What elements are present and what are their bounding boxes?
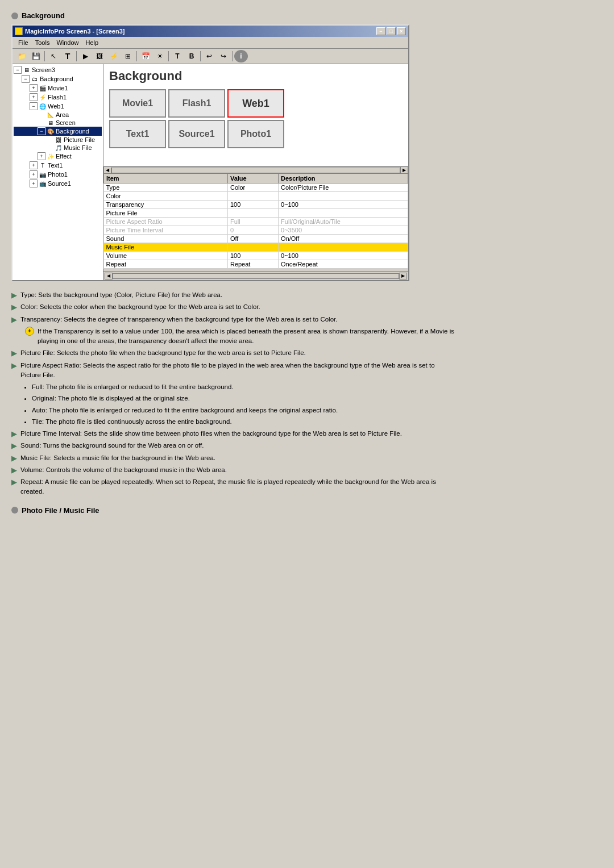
tree-item-music-file[interactable]: 🎵 Music File	[14, 144, 102, 152]
expand-background[interactable]: −	[22, 75, 30, 83]
cell-flash1[interactable]: Flash1	[168, 89, 225, 118]
props-item-8[interactable]: Volume	[104, 252, 228, 260]
props-item-2[interactable]: Transparency	[104, 201, 228, 209]
toolbar-sun-btn[interactable]: ☀	[153, 50, 167, 62]
props-value-4[interactable]: Full	[227, 218, 278, 226]
toolbar-movie-btn[interactable]: ▶	[78, 50, 92, 62]
props-item-1[interactable]: Color	[104, 192, 228, 201]
toolbar-sep3	[136, 51, 137, 61]
menu-tools[interactable]: Tools	[32, 38, 53, 47]
bottom-scrollbar[interactable]: ◀ ▶	[103, 271, 408, 280]
toolbar-folder-btn[interactable]: 📁	[15, 50, 28, 62]
doc-item-more-0: ▶Picture File: Selects the photo file wh…	[11, 348, 455, 358]
props-value-6[interactable]: Off	[227, 235, 278, 243]
toolbar-redo-btn[interactable]: ↪	[217, 50, 230, 62]
tree-item-area[interactable]: 📐 Area	[14, 111, 102, 119]
cell-movie1[interactable]: Movie1	[109, 89, 166, 118]
tree-item-web1[interactable]: − 🌐 Web1	[14, 102, 102, 111]
source1-icon: 📺	[39, 180, 47, 187]
toolbar-info-btn[interactable]: i	[234, 50, 248, 62]
props-value-9[interactable]: Repeat	[227, 260, 278, 269]
toolbar-text-btn[interactable]: T	[61, 50, 74, 62]
toolbar-calendar-btn[interactable]: 📅	[139, 50, 152, 62]
window-controls[interactable]: − □ ×	[376, 27, 406, 35]
props-value-0[interactable]: Color	[227, 183, 278, 192]
props-item-7[interactable]: Music File	[104, 243, 228, 252]
toolbar-cursor-btn[interactable]: ↖	[47, 50, 60, 62]
cell-source1[interactable]: Source1	[168, 120, 225, 148]
toolbar-flash-btn[interactable]: ⚡	[107, 50, 121, 62]
tree-item-photo1[interactable]: + 📷 Photo1	[14, 170, 102, 179]
maximize-button[interactable]: □	[387, 27, 396, 35]
expand-effect[interactable]: +	[38, 152, 45, 160]
props-desc-8: 0~100	[279, 252, 408, 260]
props-value-5[interactable]: 0	[227, 226, 278, 235]
props-item-5[interactable]: Picture Time Interval	[104, 226, 228, 235]
props-item-4[interactable]: Picture Aspect Ratio	[104, 218, 228, 226]
doc-final-arrow-3: ▶	[11, 466, 17, 474]
tree-item-movie1[interactable]: + 🎬 Movie1	[14, 84, 102, 93]
section-title: Background	[22, 11, 65, 20]
props-value-7[interactable]	[227, 243, 278, 252]
cell-text1[interactable]: Text1	[109, 120, 166, 148]
expand-photo1[interactable]: +	[30, 170, 38, 178]
tree-item-source1[interactable]: + 📺 Source1	[14, 179, 102, 188]
props-value-8[interactable]: 100	[227, 252, 278, 260]
toolbar-grid-btn[interactable]: ⊞	[121, 50, 135, 62]
minimize-button[interactable]: −	[376, 27, 385, 35]
cell-web1[interactable]: Web1	[227, 89, 284, 118]
preview-grid: Movie1 Flash1 Web1 Text1 Source1 Photo1	[109, 89, 403, 148]
props-item-0[interactable]: Type	[104, 183, 228, 192]
tree-item-screen[interactable]: 🖥 Screen	[14, 119, 102, 127]
screen-icon: 🖥	[47, 119, 55, 126]
toolbar-bold-btn[interactable]: B	[185, 50, 198, 62]
col-header-item: Item	[104, 174, 228, 183]
props-desc-5: 0~3500	[279, 226, 408, 235]
menu-file[interactable]: File	[15, 38, 32, 47]
props-item-9[interactable]: Repeat	[104, 260, 228, 269]
bullet-item-3: Tile: The photo file is tiled continuous…	[32, 417, 455, 427]
props-value-2[interactable]: 100	[227, 201, 278, 209]
preview-area: Background Movie1 Flash1 Web1 Text1 Sour…	[103, 64, 408, 166]
expand-bg-selected[interactable]: −	[38, 127, 45, 135]
props-value-1[interactable]	[227, 192, 278, 201]
props-desc-9: Once/Repeat	[279, 260, 408, 269]
props-value-3[interactable]	[227, 209, 278, 218]
toolbar-undo-btn[interactable]: ↩	[202, 50, 216, 62]
doc-final-arrow-2: ▶	[11, 454, 17, 462]
preview-scrollbar[interactable]: ◀ ▶	[103, 166, 408, 173]
expand-flash1[interactable]: +	[30, 93, 38, 101]
expand-source1[interactable]: +	[30, 180, 38, 187]
tree-item-bg-selected[interactable]: − 🎨 Background	[14, 127, 102, 136]
expand-movie1[interactable]: +	[30, 84, 38, 92]
titlebar: MagicInfoPro Screen3 - [Screen3] − □ ×	[13, 26, 408, 37]
expand-text1[interactable]: +	[30, 161, 38, 169]
toolbar-t2-btn[interactable]: T	[171, 50, 184, 62]
bottom-scroll-track[interactable]	[113, 273, 399, 279]
music-file-icon: 🎵	[55, 144, 63, 151]
h-scrollbar-track[interactable]	[111, 168, 400, 173]
doc-text-final-4: Repeat: A music file can be played repea…	[20, 477, 455, 497]
toolbar-save-btn[interactable]: 💾	[29, 50, 43, 62]
doc-text-final-2: Music File: Selects a music file for the…	[20, 453, 215, 463]
cell-photo1[interactable]: Photo1	[227, 120, 284, 148]
props-item-3[interactable]: Picture File	[104, 209, 228, 218]
menu-help[interactable]: Help	[82, 38, 102, 47]
expand-screen3[interactable]: −	[14, 66, 22, 74]
doc-arrow-2: ▶	[11, 315, 17, 324]
close-button[interactable]: ×	[397, 27, 406, 35]
menu-window[interactable]: Window	[53, 38, 82, 47]
tree-item-screen3[interactable]: − 🖥 Screen3	[14, 65, 102, 74]
main-window: MagicInfoPro Screen3 - [Screen3] − □ × F…	[11, 24, 409, 281]
expand-web1[interactable]: −	[30, 102, 38, 110]
tree-item-text1[interactable]: + T Text1	[14, 161, 102, 170]
tree-item-background[interactable]: − 🗂 Background	[14, 74, 102, 84]
tree-item-picture-file[interactable]: 🖼 Picture File	[14, 136, 102, 144]
scroll-bottom-right-btn[interactable]: ▶	[399, 273, 407, 279]
tree-item-effect[interactable]: + ✨ Effect	[14, 152, 102, 161]
props-item-6[interactable]: Sound	[104, 235, 228, 243]
scroll-bottom-left-btn[interactable]: ◀	[105, 273, 113, 279]
properties-scroll[interactable]: Item Value Description TypeColorColor/Pi…	[103, 173, 408, 271]
toolbar-photo-btn[interactable]: 🖼	[93, 50, 106, 62]
tree-item-flash1[interactable]: + ⚡ Flash1	[14, 93, 102, 102]
